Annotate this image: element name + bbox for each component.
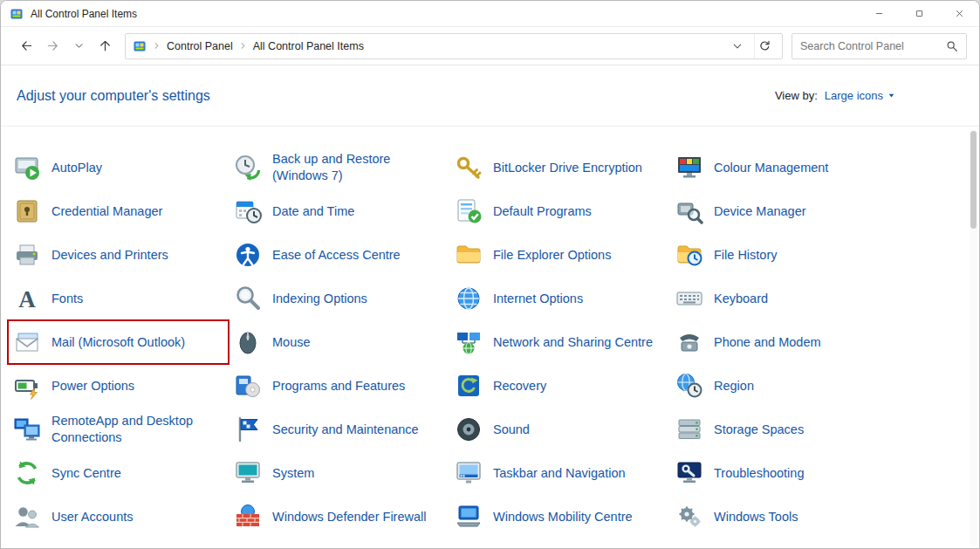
control-panel-item-label[interactable]: File Explorer Options [493, 247, 611, 264]
control-panel-item[interactable]: Mail (Microsoft Outlook) [8, 320, 229, 364]
control-panel-item-label[interactable]: Mail (Microsoft Outlook) [51, 334, 185, 351]
system-icon [234, 459, 262, 487]
control-panel-item-label[interactable]: Recovery [493, 378, 546, 395]
control-panel-item-label[interactable]: Sound [493, 422, 530, 438]
control-panel-item-label[interactable]: Region [714, 378, 754, 395]
control-panel-item[interactable]: Device Manager [670, 189, 891, 233]
control-panel-item[interactable]: Programs and Features [229, 364, 449, 408]
control-panel-item-label[interactable]: Indexing Options [272, 291, 367, 307]
close-button[interactable] [939, 1, 979, 26]
control-panel-item[interactable]: Taskbar and Navigation [449, 451, 670, 495]
credential-manager-icon [13, 197, 41, 225]
control-panel-item[interactable]: Sync Centre [8, 451, 229, 495]
control-panel-item-label[interactable]: Phone and Modem [714, 334, 821, 351]
control-panel-item-label[interactable]: Windows Defender Firewall [272, 509, 426, 525]
control-panel-item[interactable]: File History [670, 233, 891, 277]
control-panel-item-label[interactable]: Internet Options [493, 291, 583, 307]
control-panel-item-label[interactable]: Windows Mobility Centre [493, 509, 633, 525]
control-panel-item-label[interactable]: Network and Sharing Centre [493, 334, 653, 351]
control-panel-item[interactable]: Keyboard [670, 277, 891, 320]
scrollbar[interactable] [970, 129, 977, 546]
default-programs-icon [455, 197, 483, 225]
file-history-icon [675, 241, 703, 269]
recent-locations-button[interactable] [65, 33, 92, 59]
scrollbar-thumb[interactable] [970, 131, 977, 229]
control-panel-item[interactable]: Credential Manager [8, 189, 229, 233]
back-button[interactable] [13, 33, 39, 59]
control-panel-item-label[interactable]: Keyboard [714, 291, 768, 307]
control-panel-item-label[interactable]: Device Manager [714, 203, 806, 220]
control-panel-item[interactable]: Default Programs [449, 189, 670, 233]
control-panel-item[interactable]: Recovery [449, 364, 670, 408]
control-panel-item-label[interactable]: Security and Maintenance [272, 422, 419, 438]
control-panel-item[interactable]: Network and Sharing Centre [449, 320, 670, 364]
control-panel-item[interactable]: Power Options [8, 364, 229, 408]
address-dropdown-button[interactable] [727, 34, 748, 58]
control-panel-item[interactable]: Date and Time [229, 189, 449, 233]
control-panel-item[interactable]: Phone and Modem [670, 320, 891, 364]
default-programs-icon [455, 197, 483, 225]
control-panel-item-label[interactable]: Date and Time [272, 203, 354, 220]
taskbar-navigation-icon [455, 459, 483, 487]
control-panel-item-label[interactable]: Back up and Restore (Windows 7) [272, 151, 435, 184]
control-panel-item[interactable]: File Explorer Options [449, 233, 670, 277]
control-panel-item-label[interactable]: System [272, 465, 314, 482]
breadcrumb-current[interactable]: All Control Panel Items [253, 40, 364, 52]
control-panel-item[interactable]: Storage Spaces [670, 408, 891, 451]
control-panel-item-label[interactable]: Sync Centre [51, 465, 121, 482]
control-panel-item-label[interactable]: Programs and Features [272, 378, 405, 395]
windows-mobility-icon [455, 503, 483, 531]
control-panel-item-label[interactable]: Power Options [51, 378, 134, 395]
control-panel-item[interactable]: Sound [449, 408, 670, 451]
control-panel-item[interactable]: Devices and Printers [8, 233, 229, 277]
control-panel-item-label[interactable]: User Accounts [51, 509, 134, 525]
control-panel-item[interactable]: Mouse [229, 320, 449, 364]
control-panel-item-label[interactable]: AutoPlay [51, 160, 102, 176]
control-panel-item[interactable]: Windows Defender Firewall [229, 495, 449, 539]
control-panel-item-label[interactable]: Taskbar and Navigation [493, 465, 626, 482]
control-panel-item[interactable]: Indexing Options [229, 277, 449, 320]
control-panel-item-label[interactable]: Troubleshooting [714, 465, 804, 482]
refresh-button[interactable] [754, 34, 775, 58]
control-panel-item[interactable]: BitLocker Drive Encryption [449, 146, 670, 189]
minimize-button[interactable] [859, 1, 899, 26]
control-panel-item[interactable]: Colour Management [670, 146, 891, 189]
chevron-right-icon [153, 42, 161, 50]
control-panel-item-label[interactable]: Default Programs [493, 203, 592, 220]
control-panel-item[interactable]: AutoPlay [8, 146, 229, 189]
control-panel-item[interactable]: AFonts [8, 277, 229, 320]
troubleshooting-icon [675, 459, 703, 487]
control-panel-item-label[interactable]: Fonts [51, 291, 83, 307]
control-panel-item[interactable]: Back up and Restore (Windows 7) [229, 146, 449, 189]
control-panel-item-label[interactable]: Credential Manager [51, 203, 162, 220]
control-panel-item[interactable]: Region [670, 364, 891, 408]
search-input[interactable] [800, 40, 946, 52]
address-bar[interactable]: Control Panel All Control Panel Items [125, 33, 783, 59]
control-panel-item-label[interactable]: Ease of Access Centre [272, 247, 401, 264]
control-panel-item[interactable]: Windows Tools [670, 495, 891, 539]
control-panel-item[interactable]: Internet Options [449, 277, 670, 320]
maximize-button[interactable] [899, 1, 939, 26]
control-panel-item[interactable]: Ease of Access Centre [229, 233, 449, 277]
recovery-icon [455, 372, 483, 400]
control-panel-item-label[interactable]: File History [714, 247, 778, 264]
control-panel-item[interactable]: Security and Maintenance [229, 408, 449, 451]
colour-management-icon [675, 154, 703, 182]
control-panel-item-label[interactable]: Devices and Printers [51, 247, 168, 264]
control-panel-item-label[interactable]: Colour Management [714, 160, 828, 176]
devices-printers-icon [13, 241, 41, 269]
control-panel-item-label[interactable]: Mouse [272, 334, 311, 351]
control-panel-item[interactable]: System [229, 451, 449, 495]
control-panel-item-label[interactable]: BitLocker Drive Encryption [493, 160, 642, 176]
breadcrumb-control-panel[interactable]: Control Panel [167, 40, 233, 52]
control-panel-item-label[interactable]: RemoteApp and Desktop Connections [51, 413, 214, 446]
control-panel-item[interactable]: Windows Mobility Centre [449, 495, 670, 539]
forward-button[interactable] [39, 33, 65, 59]
up-button[interactable] [92, 33, 118, 59]
control-panel-item[interactable]: Troubleshooting [670, 451, 891, 495]
control-panel-item[interactable]: RemoteApp and Desktop Connections [8, 408, 229, 451]
view-by-dropdown[interactable]: Large icons [825, 89, 895, 102]
control-panel-item-label[interactable]: Windows Tools [714, 509, 798, 525]
control-panel-item[interactable]: User Accounts [8, 495, 229, 539]
control-panel-item-label[interactable]: Storage Spaces [714, 422, 804, 438]
